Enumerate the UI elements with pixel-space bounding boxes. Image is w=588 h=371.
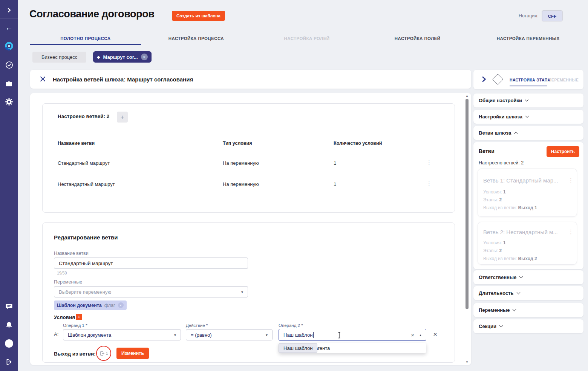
variables-select-placeholder: Выберите переменную — [59, 289, 111, 295]
exit-icon — [100, 351, 105, 356]
section-duration[interactable]: Длительность — [473, 286, 583, 300]
mouse-ibeam-cursor — [337, 332, 341, 340]
tasks-check-icon[interactable] — [0, 58, 18, 71]
breadcrumb-business-process[interactable]: Бизнес процесс — [32, 52, 86, 63]
branch-card-title: Ветвь 1: Стандартный мар... — [483, 177, 566, 184]
chevron-down-icon — [525, 114, 529, 118]
briefcase-icon[interactable] — [0, 77, 18, 90]
tab-roles-settings[interactable]: НАСТРОЙКА РОЛЕЙ — [251, 32, 362, 45]
expand-sidebar-icon[interactable] — [0, 4, 18, 17]
section-label: Ветви шлюза — [479, 130, 511, 136]
tab-stage-settings[interactable]: НАСТРОЙКА ЭТАПА — [510, 78, 550, 82]
scroll-down-arrow[interactable]: ▼ — [464, 360, 470, 364]
change-exit-button[interactable]: Изменить — [116, 348, 149, 359]
variable-tag-close-icon[interactable]: × — [118, 302, 124, 308]
modal-title: Настройка ветвей шлюза: Маршрут согласов… — [53, 76, 193, 83]
exit-label: Выход из ветви: — [483, 205, 517, 210]
section-label: Настройки шлюза — [479, 114, 522, 120]
exit-value: Выход 2 — [518, 256, 537, 261]
tab-process-canvas[interactable]: ПОЛОТНО ПРОЦЕССА — [30, 32, 141, 45]
tab-process-settings[interactable]: НАСТРОЙКА ПРОЦЕССА — [141, 32, 252, 45]
branch-card-kebab-icon[interactable]: ⋮ — [568, 177, 574, 183]
tab-fields-settings[interactable]: НАСТРОЙКА ПОЛЕЙ — [362, 32, 473, 45]
branch-name-label: Название ветви — [54, 251, 89, 256]
create-from-template-button[interactable]: Создать из шаблона — [172, 11, 225, 21]
profile-avatar[interactable] — [0, 337, 18, 350]
dropdown-option[interactable]: Наш шаблон — [279, 343, 317, 353]
table-separator — [58, 153, 449, 153]
scroll-up-arrow[interactable]: ▲ — [464, 94, 470, 98]
section-variables[interactable]: Переменные — [473, 303, 583, 317]
clear-input-icon[interactable]: × — [411, 332, 414, 338]
condition-row-prefix: А: — [54, 331, 58, 337]
branch-exit-button-highlighted[interactable]: 1 — [96, 346, 111, 361]
variable-tag-name: Шаблон документа — [57, 303, 102, 308]
branch-card-kebab-icon[interactable]: ⋮ — [568, 229, 574, 235]
exit-number: 1 — [106, 351, 108, 356]
diamond-icon: ◆ — [97, 55, 100, 59]
section-sections[interactable]: Секции — [473, 319, 583, 333]
action-value: = (равно) — [191, 332, 212, 338]
sidebar-divider — [0, 18, 18, 18]
modal-close-icon[interactable] — [40, 76, 46, 83]
logout-icon[interactable] — [0, 356, 18, 368]
exit-label: Выход из ветви: — [483, 256, 517, 261]
branch-card-1[interactable]: Ветвь 1: Стандартный мар... ⋮ Условия: 1… — [478, 169, 577, 217]
node-chip-close-icon[interactable]: × — [141, 54, 148, 60]
branch-name-input[interactable] — [54, 258, 248, 269]
operand1-label: Операнд 1 * — [63, 323, 87, 328]
gateway-modal-body: ▲ ▼ Настроено ветвей: 2 + Название ветви… — [30, 93, 471, 365]
chevron-up-icon[interactable]: ▴ — [420, 333, 421, 337]
action-select[interactable]: = (равно) ▾ — [186, 329, 273, 340]
add-condition-button[interactable]: + — [76, 314, 82, 320]
section-gateway-branches[interactable]: Ветви шлюза — [473, 126, 583, 140]
remove-condition-icon[interactable]: × — [433, 331, 437, 338]
section-label: Длительность — [479, 290, 514, 296]
notifications-bell-icon[interactable] — [0, 319, 18, 331]
active-tab-underline — [510, 86, 547, 86]
conditions-label: Условия: — [483, 189, 502, 195]
variable-tag: Шаблон документа флаг × — [54, 300, 127, 310]
left-sidebar: ← — [0, 0, 18, 371]
add-branch-button[interactable]: + — [117, 112, 128, 123]
gear-icon[interactable] — [0, 95, 18, 108]
branch-card-title: Ветвь 2: Нестандартный м... — [483, 229, 566, 235]
branches-table-card: Настроено ветвей: 2 + Название ветви Тип… — [42, 103, 455, 213]
configure-branches-button[interactable]: Настроить — [547, 146, 579, 157]
chat-icon[interactable] — [0, 300, 18, 313]
operand1-select[interactable]: Шаблон документа ▾ — [63, 329, 181, 340]
chevron-down-icon: ▾ — [174, 333, 176, 337]
branch-card-2[interactable]: Ветвь 2: Нестандартный м... ⋮ Условия: 1… — [478, 222, 577, 265]
chevron-down-icon — [499, 324, 503, 328]
variables-label: Переменные — [54, 279, 82, 285]
chevron-down-icon — [513, 308, 516, 311]
section-label: Общие настройки — [479, 98, 522, 103]
text-cursor — [313, 332, 314, 338]
cell-condition-type: На переменную — [223, 181, 259, 187]
row-kebab-menu-icon[interactable]: ⋮ — [426, 159, 432, 165]
app-logo-icon[interactable] — [0, 40, 18, 52]
right-panel-header: НАСТРОЙКА ЭТАПА ПЕРЕМЕННЫЕ — [473, 70, 583, 89]
app-root: ← Согласование договоров Создать из шабл… — [0, 0, 588, 371]
chevron-down-icon: ▾ — [266, 333, 268, 337]
chevron-down-icon: ▾ — [241, 290, 243, 294]
tab-variables[interactable]: ПЕРЕМЕННЫЕ — [548, 78, 579, 82]
branches-count-label: Настроено ветвей: 2 — [58, 113, 109, 119]
breadcrumb-node-chip[interactable]: ◆ Маршрут сог... × — [93, 51, 152, 63]
branches-count-label: Настроено ветвей: 2 — [479, 160, 524, 166]
stages-value: 2 — [499, 248, 502, 253]
branch-editor-card: Редактирование ветви Название ветви 19/5… — [42, 222, 455, 363]
back-arrow-icon[interactable]: ← — [0, 21, 18, 34]
section-general-settings[interactable]: Общие настройки — [473, 94, 583, 107]
section-responsible[interactable]: Ответственные — [473, 270, 583, 284]
row-kebab-menu-icon[interactable]: ⋮ — [426, 181, 432, 186]
stages-value: 2 — [499, 197, 502, 202]
cell-condition-count: 1 — [334, 160, 336, 166]
section-gateway-settings[interactable]: Настройки шлюза — [473, 110, 583, 124]
scrollbar-thumb[interactable] — [466, 99, 469, 309]
variables-select[interactable]: Выберите переменную ▾ — [54, 286, 248, 297]
node-chip-label: Маршрут сог... — [103, 54, 138, 60]
operand2-input[interactable]: Наш шаблон × ▴ — [279, 329, 426, 341]
char-counter: 19/50 — [57, 271, 67, 275]
collapse-panel-icon[interactable] — [481, 76, 487, 84]
